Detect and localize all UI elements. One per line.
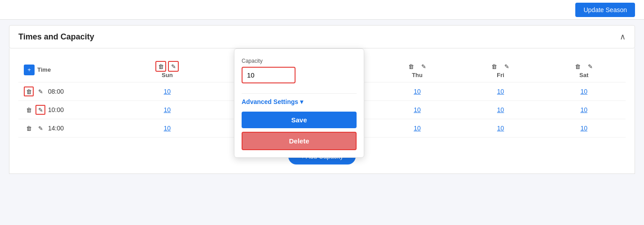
section-header: Times and Capacity ∧: [9, 25, 635, 48]
sun-cap-1400[interactable]: 10: [126, 119, 209, 138]
thu-cap-0800[interactable]: 10: [375, 82, 459, 101]
capacity-popup: Capacity Advanced Settings ▾ Save Delete: [234, 48, 364, 158]
sun-label: Sun: [131, 72, 204, 78]
sun-delete-header-button[interactable]: 🗑: [155, 61, 166, 72]
sun-cap-0800[interactable]: 10: [126, 82, 209, 101]
add-time-button[interactable]: +: [24, 65, 35, 75]
col-header-sat: 🗑 ✎ Sat: [542, 57, 626, 82]
delete-1400-icon[interactable]: 🗑: [24, 123, 34, 133]
sat-delete-header-button[interactable]: 🗑: [572, 61, 583, 72]
col-header-time: + Time: [18, 57, 126, 82]
sat-cap-1000[interactable]: 10: [542, 101, 626, 119]
main-content: + Time 🗑 ✎ Sun Mo: [9, 48, 635, 174]
sat-label: Sat: [547, 72, 620, 78]
popup-divider: [242, 93, 357, 94]
time-value-0800: 08:00: [48, 88, 64, 95]
advanced-settings-label: Advanced Settings: [242, 98, 298, 105]
edit-1000-icon[interactable]: ✎: [35, 105, 45, 115]
thu-cap-1000[interactable]: 10: [375, 101, 459, 119]
sun-cap-1000[interactable]: 10: [126, 101, 209, 119]
popup-capacity-input[interactable]: [242, 67, 296, 83]
popup-capacity-label: Capacity: [242, 58, 357, 64]
top-bar: Update Season: [0, 0, 644, 20]
page-wrapper: Update Season Times and Capacity ∧ + Tim…: [0, 0, 644, 225]
delete-0800-icon[interactable]: 🗑: [24, 87, 34, 96]
thu-edit-header-button[interactable]: ✎: [418, 61, 429, 72]
edit-1400-icon[interactable]: ✎: [35, 123, 45, 133]
fri-label: Fri: [464, 72, 537, 78]
popup-save-button[interactable]: Save: [242, 112, 357, 128]
thu-delete-header-button[interactable]: 🗑: [406, 61, 416, 72]
popup-delete-button[interactable]: Delete: [242, 132, 357, 150]
sat-edit-header-button[interactable]: ✎: [585, 61, 595, 72]
time-cell-0800: 🗑 ✎ 08:00: [18, 82, 126, 101]
time-value-1000: 10:00: [48, 106, 64, 113]
section-title: Times and Capacity: [18, 32, 94, 42]
thu-label: Thu: [381, 72, 454, 78]
thu-cap-1400[interactable]: 10: [375, 119, 459, 138]
fri-edit-header-button[interactable]: ✎: [502, 61, 512, 72]
col-header-fri: 🗑 ✎ Fri: [459, 57, 543, 82]
fri-cap-1400[interactable]: 10: [459, 119, 543, 138]
advanced-settings-chevron-icon: ▾: [300, 98, 303, 105]
fri-cap-0800[interactable]: 10: [459, 82, 543, 101]
edit-0800-icon[interactable]: ✎: [35, 87, 45, 96]
sat-cap-0800[interactable]: 10: [542, 82, 626, 101]
sat-cap-1400[interactable]: 10: [542, 119, 626, 138]
fri-cap-1000[interactable]: 10: [459, 101, 543, 119]
delete-1000-icon[interactable]: 🗑: [24, 105, 34, 115]
collapse-chevron-icon[interactable]: ∧: [620, 32, 626, 42]
time-cell-1400: 🗑 ✎ 14:00: [18, 119, 126, 138]
col-header-thu: 🗑 ✎ Thu: [375, 57, 459, 82]
time-cell-1000: 🗑 ✎ 10:00: [18, 101, 126, 119]
sun-edit-header-button[interactable]: ✎: [168, 61, 179, 72]
update-season-button[interactable]: Update Season: [575, 3, 635, 17]
fri-delete-header-button[interactable]: 🗑: [489, 61, 500, 72]
time-col-label: Time: [37, 66, 51, 73]
advanced-settings-button[interactable]: Advanced Settings ▾: [242, 98, 303, 105]
col-header-sun: 🗑 ✎ Sun: [126, 57, 209, 82]
time-value-1400: 14:00: [48, 125, 64, 132]
